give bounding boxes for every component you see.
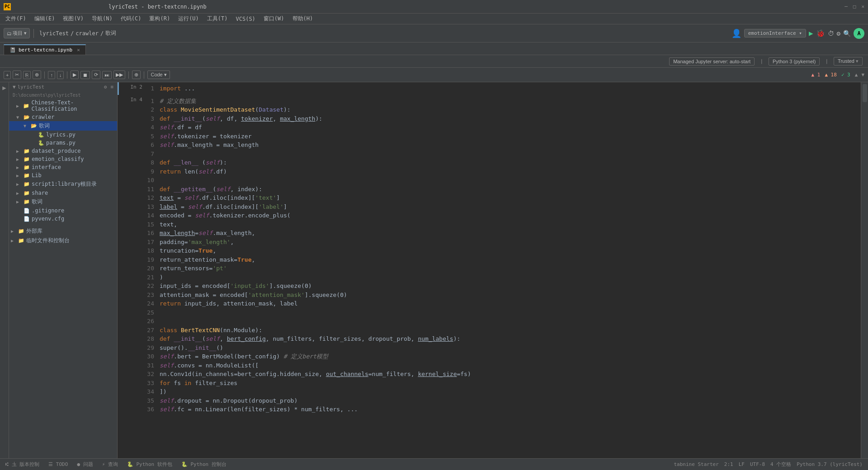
nb-move-up-btn[interactable]: ↑ — [48, 71, 55, 79]
status-python-ctrl-btn[interactable]: 🐍 Python 控制台 — [181, 461, 226, 468]
sidebar-item-lib[interactable]: ▶ 📁 Lib — [9, 171, 117, 179]
python-ctrl-icon: 🐍 — [181, 461, 188, 467]
menu-code[interactable]: 代码(C) — [117, 14, 145, 24]
sidebar-item-gecis[interactable]: ▼ 📂 歌词 — [9, 121, 117, 131]
nb-restart-run-btn[interactable]: ⏭ — [102, 71, 112, 79]
nb-expand-btn[interactable]: ▲ — [855, 72, 858, 78]
sidebar-expand-btn[interactable]: ▼ — [13, 84, 16, 90]
sidebar-item-params-py[interactable]: ▶ 🐍 params.py — [9, 139, 117, 147]
run-button[interactable]: ▶ — [809, 29, 813, 38]
nb-run-all-btn[interactable]: ▶▶ — [113, 70, 125, 79]
editor-container[interactable]: In 2 1 import ... In 4 12345678910111213… — [118, 82, 861, 470]
jupyter-server-btn[interactable]: Managed Jupyter server: auto-start — [669, 57, 755, 66]
self-36: self — [160, 406, 174, 413]
maximize-btn[interactable]: □ — [853, 4, 856, 9]
sidebar-item-script1[interactable]: ▶ 📁 script1:library根目录 — [9, 179, 117, 189]
cell-1-exec-count: In 2 — [131, 84, 143, 90]
init-fn: __init__ — [174, 115, 202, 122]
str-max-length: 'max_length' — [188, 239, 231, 245]
nb-collapse-btn[interactable]: ▼ — [861, 72, 864, 78]
line-15-indent: text, — [160, 221, 177, 228]
sidebar-item-scratches[interactable]: ▶ 📁 临时文件和控制台 — [9, 236, 117, 245]
encoding-label: UTF-8 — [750, 461, 765, 467]
cell-2[interactable]: In 4 12345678910111213141516171819202122… — [118, 95, 861, 416]
sidebar-item-gecis2[interactable]: ▶ 📁 歌词 — [9, 197, 117, 207]
sidebar-settings-icon[interactable]: ≡ — [110, 84, 113, 90]
scroll-thumb[interactable] — [863, 84, 867, 102]
self-getitem: self — [216, 186, 230, 193]
cell-1[interactable]: In 2 1 import ... — [118, 82, 861, 95]
menu-window[interactable]: 窗口(W) — [260, 14, 288, 24]
sidebar-item-chinese-text[interactable]: ▶ 📁 Chinese-Text-Classification — [9, 99, 117, 113]
self-9: self — [198, 168, 212, 175]
notebook-tab-close[interactable]: ✕ — [77, 47, 80, 53]
bert-config-param: bert_config — [227, 335, 266, 342]
nb-ok-count: ✓ 3 — [841, 72, 850, 78]
sidebar-item-interface[interactable]: ▶ 📁 interface — [9, 163, 117, 171]
cell-1-code[interactable]: import ... — [160, 84, 861, 93]
getitem-fn: __getitem__ — [174, 186, 212, 193]
nb-restart-btn[interactable]: ⟳ — [92, 70, 100, 79]
vcs-icon: ⑆ — [5, 461, 9, 467]
cell-2-exec: In 4 — [119, 95, 146, 416]
close-btn[interactable]: ✕ — [861, 4, 864, 9]
tree-arrow-lib: ▶ — [16, 173, 22, 178]
nb-add-cell-btn[interactable]: + — [4, 71, 11, 79]
menu-vcs[interactable]: VCS(S) — [232, 15, 259, 23]
status-problems-btn[interactable]: ● 问题 — [77, 461, 93, 468]
nb-interrupt-btn[interactable]: ⊕ — [132, 70, 141, 79]
nb-move-down-btn[interactable]: ↓ — [57, 71, 64, 79]
sidebar-item-share[interactable]: ▶ 📁 share — [9, 189, 117, 197]
nb-cut-btn[interactable]: ✂ — [13, 70, 21, 79]
trusted-btn[interactable]: Trusted ▾ — [834, 57, 863, 66]
title-bar-right: ─ □ ✕ — [844, 4, 864, 9]
sidebar-item-external[interactable]: ▶ 📁 外部库 — [9, 226, 117, 236]
def-kw-getitem: def — [160, 186, 174, 193]
nb-run-btn[interactable]: ▶ — [71, 70, 79, 79]
tree-arrow-share: ▶ — [16, 191, 22, 196]
menu-help[interactable]: 帮助(H) — [289, 14, 317, 24]
nb-copy-btn[interactable]: ⎘ — [23, 71, 31, 79]
cell-2-code[interactable]: # 定义数据集 class MovieSentimentDataset(Data… — [160, 97, 861, 414]
notebook-tab-bert[interactable]: 📓 bert-textcnn.ipynb ✕ — [4, 44, 86, 55]
sidebar-spacer — [9, 223, 117, 226]
project-dropdown[interactable]: 🗂 项目 ▾ — [4, 28, 30, 38]
menu-view[interactable]: 视图(V) — [59, 14, 87, 24]
settings-button[interactable]: ⚙ — [837, 30, 840, 37]
breadcrumb-project: lyricTest — [39, 30, 69, 37]
sidebar-item-dataset[interactable]: ▶ 📁 dataset_produce — [9, 147, 117, 155]
status-python-sw-btn[interactable]: 🐍 Python 软件包 — [127, 461, 172, 468]
nb-cell-type-dropdown[interactable]: Code ▾ — [147, 70, 170, 79]
nb-paste-btn[interactable]: ⊕ — [33, 70, 41, 79]
emotion-interface-dropdown[interactable]: emotionInterface ▾ — [744, 29, 806, 38]
debug-button[interactable]: 🐞 — [816, 29, 825, 38]
status-vcs-btn[interactable]: ⑆ 圡 版本控制 — [5, 461, 39, 468]
search-button[interactable]: 🔍 — [843, 30, 851, 37]
menu-run[interactable]: 运行(U) — [175, 14, 203, 24]
kernel-btn[interactable]: Python 3 (pykernel) — [769, 57, 820, 66]
status-todo-btn[interactable]: ☰ TODO — [48, 461, 68, 467]
toolbar-right: 👤 emotionInterface ▾ ▶ 🐞 ⏱ ⚙ 🔍 A — [731, 28, 864, 39]
avatar[interactable]: A — [854, 28, 864, 39]
nb-stop-btn[interactable]: ⏹ — [80, 71, 90, 79]
menu-nav[interactable]: 导航(N) — [88, 14, 116, 24]
init-super: __init__ — [188, 344, 217, 351]
class-kw-1: class — [160, 106, 177, 113]
profile-button[interactable]: ⏱ — [828, 30, 834, 37]
sidebar-item-lyrics-py[interactable]: ▶ 🐍 lyrics.py — [9, 131, 117, 139]
tree-arrow-gecis2: ▶ — [16, 199, 22, 204]
menu-edit[interactable]: 编辑(E) — [31, 14, 59, 24]
sidebar-item-emotion[interactable]: ▶ 📁 emotion_classify — [9, 155, 117, 163]
minimize-btn[interactable]: ─ — [844, 4, 848, 9]
activity-run-icon[interactable]: ▶ — [1, 84, 8, 91]
sidebar-item-pyvenv[interactable]: ▶ 📄 pyvenv.cfg — [9, 215, 117, 223]
sidebar-item-gitignore[interactable]: ▶ 📄 .gitignore — [9, 207, 117, 215]
user-icon[interactable]: 👤 — [731, 28, 741, 38]
menu-refactor[interactable]: 重构(R) — [146, 14, 174, 24]
tree-arrow-external: ▶ — [11, 229, 16, 234]
sidebar-gear-icon[interactable]: ⚙ — [104, 84, 107, 90]
status-console-btn[interactable]: ⚡ 查询 — [102, 461, 118, 468]
menu-file[interactable]: 文件(F) — [2, 14, 30, 24]
sidebar-item-crawler[interactable]: ▼ 📂 crawler — [9, 113, 117, 121]
menu-tools[interactable]: 工具(T) — [203, 14, 231, 24]
